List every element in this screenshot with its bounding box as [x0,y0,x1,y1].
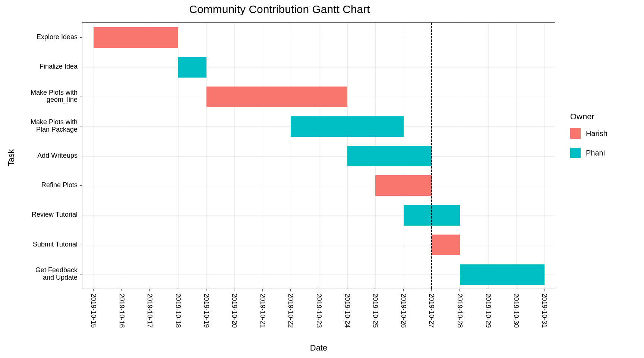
legend-swatch [570,128,581,139]
gantt-bar [375,175,432,196]
y-tick-label: Explore Ideas [3,34,78,41]
legend-label: Harish [586,129,607,138]
gantt-chart: Community Contribution Gantt Chart Explo… [0,0,644,358]
x-tick-label: 2019-10-18 [174,293,182,328]
y-tick-label: Finalize Idea [3,63,78,70]
y-tick-label: Get Feedbackand Update [3,267,78,282]
y-tick-label: Submit Tutorial [3,241,78,248]
plot-panel [82,22,555,289]
x-tick-label: 2019-10-19 [202,293,210,328]
legend: Owner Harish Phani [570,112,607,167]
gantt-bar [347,146,432,166]
legend-title: Owner [570,112,607,122]
x-tick-label: 2019-10-28 [455,293,463,328]
y-tick-label: Make Plots withgeom_line [3,89,78,104]
gantt-bar [291,116,403,137]
gantt-bar [460,264,544,285]
x-tick-label: 2019-10-24 [343,293,351,328]
x-tick-label: 2019-10-17 [146,293,154,328]
x-tick-label: 2019-10-25 [371,293,379,328]
chart-title: Community Contribution Gantt Chart [0,3,559,16]
x-tick-label: 2019-10-22 [287,293,294,328]
gantt-bar [432,235,460,255]
reference-line [431,23,432,289]
x-axis-label: Date [82,343,555,353]
legend-swatch [570,148,581,158]
x-tick-label: 2019-10-20 [230,293,238,328]
x-tick-label: 2019-10-27 [427,293,435,328]
legend-label: Phani [586,149,605,157]
legend-item-harish: Harish [570,128,607,139]
x-tick-label: 2019-10-30 [512,293,520,328]
gantt-bar [178,57,206,78]
x-tick-label: 2019-10-23 [315,293,323,328]
x-tick-label: 2019-10-29 [484,293,492,328]
legend-item-phani: Phani [570,148,607,158]
x-tick-label: 2019-10-21 [258,293,266,328]
y-tick-label: Refine Plots [3,182,78,189]
y-axis-label: Task [6,143,16,173]
x-tick-label: 2019-10-16 [117,293,125,328]
gantt-bar [94,27,178,48]
y-tick-label: Review Tutorial [3,211,78,219]
x-tick-label: 2019-10-15 [89,293,97,328]
x-tick-label: 2019-10-31 [540,293,548,328]
x-tick-label: 2019-10-26 [399,293,407,328]
y-tick-label: Make Plots withPlan Package [3,119,78,134]
gantt-bar [206,87,347,107]
